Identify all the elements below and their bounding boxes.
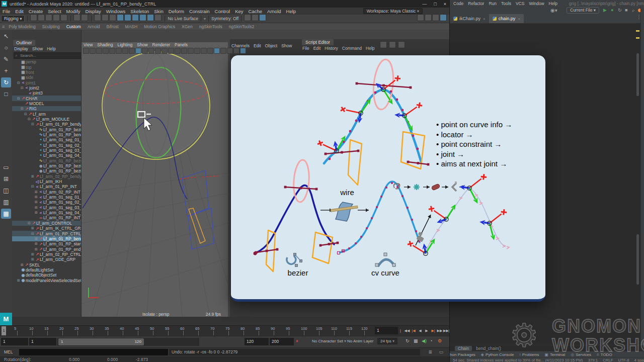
outliner-item[interactable]: ▦persp (12, 59, 81, 64)
playback-button-7[interactable]: ▶▶| (443, 327, 449, 334)
outliner-item[interactable]: ◁Lf_arm_IKH (12, 179, 81, 184)
outliner-item[interactable]: ⊞<Lf_arm_01_seg_02_RP_INT (12, 200, 81, 205)
clamp-icon[interactable]: ▦ (414, 338, 418, 343)
menu-select[interactable]: Select (48, 9, 61, 14)
viewport-toolbar-icon[interactable] (142, 48, 148, 54)
mel-input[interactable] (19, 349, 168, 355)
viewport-toolbar-icon[interactable] (220, 48, 226, 54)
outliner-item[interactable]: *Lf_arm_01_seg_02_RP_pos (12, 143, 81, 148)
outliner-item[interactable]: ⊞↗Lf_arm_02_RP_bendy_rig_GR (12, 174, 81, 179)
pc-menu-window[interactable]: Window (529, 1, 544, 6)
scripteditor-menu-history[interactable]: History (325, 46, 338, 51)
toolbar-icon[interactable] (109, 14, 116, 21)
anim-end-field[interactable]: 200 (270, 338, 294, 345)
live-surface-label[interactable]: No Live Surface (168, 16, 198, 21)
outliner-item[interactable]: *Lf_arm_01_seg_01_RP_pos (12, 137, 81, 142)
menu-display[interactable]: Display (86, 9, 101, 14)
viewport-toolbar-icon[interactable] (207, 48, 213, 54)
user-icon[interactable]: ◉▾ (550, 8, 557, 13)
outliner-item[interactable]: ⊞↗Lf_arm_GDE_GRP (12, 257, 81, 262)
outliner-item[interactable]: ⊞↗Lf_arm_IK_CTRL_GRP (12, 226, 81, 231)
viewport-menu-shading[interactable]: Shading (97, 42, 113, 47)
playback-button-4[interactable]: ▶ (424, 327, 430, 334)
viewport-menu-lighting[interactable]: Lighting (117, 42, 132, 47)
tool-window-python-console[interactable]: ◈Python Console (481, 352, 514, 357)
playback-button-6[interactable]: ▶▶ (437, 327, 443, 334)
outliner-persp-layout[interactable]: ▦ (1, 209, 11, 219)
viewport-canvas[interactable] (82, 42, 228, 317)
split-top-layout[interactable]: ▥ (1, 197, 11, 207)
outliner-item[interactable]: ↗MODEL (12, 101, 81, 106)
outliner-item[interactable]: ⊟↗Lf_arm_CONTROL (12, 221, 81, 226)
shelf-tab-sculpting[interactable]: Sculpting (42, 24, 60, 29)
toolbar-icon[interactable] (244, 14, 251, 21)
shelf-tab-mash[interactable]: MASH (125, 24, 138, 29)
editor-tab-chain.py[interactable]: chain.py× (489, 14, 524, 23)
viewport-toolbar-icon[interactable] (135, 48, 141, 54)
outliner-item[interactable]: ⊞↗SKEL (12, 262, 81, 267)
time-slider[interactable]: 5101520253035404550556065707580859095100… (0, 325, 449, 336)
loop-icon[interactable]: ↻ (406, 338, 410, 343)
outliner-item[interactable]: ⊞↗Lf_arm_01_RP_end_tange (12, 246, 81, 251)
outliner-item[interactable]: ⊞<Lf_arm_02_RP_INT (12, 190, 81, 195)
viewport-toolbar-icon[interactable] (109, 48, 115, 54)
tool-window-services[interactable]: ◎Services (571, 352, 591, 357)
tool-window-problems[interactable]: !Problems (519, 352, 539, 357)
playback-button-3[interactable]: ◀ (417, 327, 423, 334)
viewport-menu-renderer[interactable]: Renderer (152, 42, 170, 47)
viewport-toolbar-icon[interactable] (116, 48, 122, 54)
four-pane-layout[interactable]: ⊞ (1, 174, 11, 184)
tool-window-todo[interactable]: ≡TODO (597, 352, 612, 357)
anim-layer-selector[interactable]: No Anim Layer (347, 339, 373, 343)
viewport-toolbar-icon[interactable] (90, 48, 96, 54)
shelf-tab-xgen[interactable]: XGen (182, 24, 193, 29)
shelf-tab-arnold[interactable]: Arnold (88, 24, 100, 29)
audio-icon[interactable]: ◀) (422, 338, 427, 343)
toolbar-icon[interactable] (81, 14, 88, 21)
outliner-item[interactable]: ⊞<Lf_arm_01_seg_04_RP_INT (12, 210, 81, 215)
toolbar-icon[interactable] (73, 14, 80, 21)
outliner-item[interactable]: ⊟↗CHAR (12, 96, 81, 101)
scripteditor-menu-help[interactable]: Help (366, 46, 374, 51)
menu-help[interactable]: Help (286, 9, 296, 14)
toolbar-icon[interactable] (440, 14, 447, 21)
shelf-tab-bifrost[interactable]: Bifrost (107, 24, 119, 29)
panel-icon[interactable] (398, 41, 405, 48)
outliner-item[interactable]: ⊞<Lf_arm_01_seg_03_RP_INT (12, 205, 81, 210)
toolbar-icon[interactable] (252, 14, 259, 21)
outliner-item[interactable]: ⊟<joint1 (12, 80, 81, 85)
minimize-button[interactable]: — (422, 2, 427, 7)
rerun-icon[interactable]: ↻ (618, 8, 622, 13)
outliner-search-input[interactable]: ⌕ Search... (14, 52, 85, 59)
tool-window-python-packages[interactable]: ▤Python Packages (450, 352, 475, 357)
scripteditor-menu-edit[interactable]: Edit (313, 46, 321, 51)
outliner-item[interactable]: *Lf_arm_01_seg_04_RP_pos (12, 153, 81, 158)
error-stripe[interactable] (635, 23, 640, 340)
outliner-title[interactable]: Outliner (13, 40, 35, 46)
outliner-menu-display[interactable]: Display (14, 46, 28, 51)
menu-edit[interactable]: Edit (15, 9, 23, 14)
menu-key[interactable]: Key (235, 9, 243, 14)
toolbar-icon[interactable] (30, 14, 37, 21)
outliner-item[interactable]: ⊟↗Lf_arm_MODULE (12, 117, 81, 122)
outliner-item[interactable]: ⊟↗Lf_arm_01_RP_bendy_rig_GR (12, 122, 81, 127)
menu-deform[interactable]: Deform (169, 9, 184, 14)
viewport-toolbar-icon[interactable] (122, 48, 128, 54)
outliner-item[interactable]: *Lf_arm_01_seg_03_RP_pos (12, 148, 81, 153)
viewport-toolbar-icon[interactable] (240, 48, 246, 54)
playback-button-5[interactable]: ▶| (430, 327, 436, 334)
panel-icon[interactable] (389, 41, 396, 48)
channelbox-menu-object[interactable]: Object (265, 43, 278, 48)
command-history-icon[interactable]: ▭ (439, 349, 443, 354)
outliner-menu-help[interactable]: Help (47, 46, 55, 51)
scale-tool[interactable]: □ (1, 89, 11, 99)
outliner-item[interactable]: ⊞◉modelPanel4ViewSelectedSet (12, 278, 81, 283)
outliner-item[interactable]: ⊞↗Lf_arm_01_RP_bendy_CTR (12, 236, 81, 241)
menu-control[interactable]: Control (215, 9, 230, 14)
toolbar-icon[interactable] (102, 14, 109, 21)
tool-window-terminal[interactable]: ▣Terminal (545, 352, 566, 357)
pc-menu-refactor[interactable]: Refactor (468, 1, 484, 6)
tab-close-icon[interactable]: × (518, 17, 520, 21)
move-tool[interactable]: + (1, 66, 11, 76)
run-button[interactable]: ▶ (603, 8, 607, 13)
